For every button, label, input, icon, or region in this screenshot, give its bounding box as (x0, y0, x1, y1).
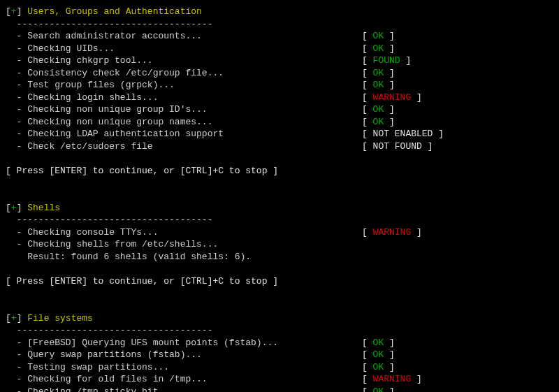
check-description: - Checking non unique group names... (6, 116, 362, 129)
blank-line (6, 153, 553, 166)
check-status: [ OK ] (362, 79, 395, 92)
check-row: - Checking chkgrp tool...[ FOUND ] (6, 55, 553, 67)
check-row: - Search administrator accounts...[ OK ] (6, 30, 553, 43)
section-header: [+] File systems (6, 312, 553, 325)
check-row: - Checking for old files in /tmp...[ WAR… (6, 373, 553, 386)
check-description: - Consistency check /etc/group file... (6, 67, 362, 80)
check-row: - Checking non unique group ID's...[ OK … (6, 103, 553, 116)
check-row: - Checking console TTYs...[ WARNING ] (6, 226, 553, 239)
check-description: - Test group files (grpck)... (6, 79, 362, 92)
check-description: - [FreeBSD] Querying UFS mount points (f… (6, 337, 362, 349)
section-separator: ------------------------------------ (6, 18, 553, 31)
check-status: [ OK ] (362, 103, 395, 116)
check-description: Result: found 6 shells (valid shells: 6)… (6, 251, 362, 263)
blank-line (6, 189, 553, 202)
section-header: [+] Shells (6, 202, 553, 215)
section-title: Shells (27, 203, 60, 213)
check-status: [ OK ] (362, 337, 395, 349)
check-row: - Test group files (grpck)...[ OK ] (6, 79, 553, 92)
check-status: [ WARNING ] (362, 92, 422, 104)
check-description: - Search administrator accounts... (6, 30, 362, 43)
check-status: [ OK ] (362, 349, 395, 361)
section-separator: ------------------------------------ (6, 214, 553, 226)
check-description: - Checking chkgrp tool... (6, 55, 362, 67)
check-description: - Query swap partitions (fstab)... (6, 349, 362, 361)
blank-line (6, 177, 553, 190)
check-status: [ NOT ENABLED ] (362, 128, 444, 140)
check-status: [ WARNING ] (362, 226, 422, 239)
section-title: File systems (27, 313, 93, 324)
check-description: - Checking shells from /etc/shells... (6, 238, 362, 251)
check-status: [ OK ] (362, 386, 395, 392)
check-description: - Checking UIDs... (6, 43, 362, 55)
check-row: - [FreeBSD] Querying UFS mount points (f… (6, 337, 553, 349)
check-description: - Checking non unique group ID's... (6, 103, 362, 116)
check-row: - Consistency check /etc/group file...[ … (6, 67, 553, 80)
check-status: [ NOT FOUND ] (362, 140, 433, 153)
check-row: - Checking shells from /etc/shells... (6, 238, 553, 251)
check-description: - Check /etc/sudoers file (6, 140, 362, 153)
check-row: - Checking non unique group names...[ OK… (6, 116, 553, 129)
check-status: [ OK ] (362, 361, 395, 374)
check-description: - Checking console TTYs... (6, 226, 362, 239)
blank-line (6, 288, 553, 300)
section-separator: ------------------------------------ (6, 324, 553, 337)
check-status: [ OK ] (362, 30, 395, 43)
blank-line (6, 263, 553, 275)
check-description: - Checking /tmp sticky bit... (6, 386, 362, 392)
continue-prompt[interactable]: [ Press [ENTER] to continue, or [CTRL]+C… (6, 165, 553, 177)
check-status: [ OK ] (362, 67, 395, 80)
check-description: - Checking LDAP authentication support (6, 128, 362, 140)
check-row: - Checking /tmp sticky bit...[ OK ] (6, 386, 553, 392)
check-row: - Testing swap partitions...[ OK ] (6, 361, 553, 374)
section-title: Users, Groups and Authentication (27, 6, 202, 17)
check-row: Result: found 6 shells (valid shells: 6)… (6, 251, 553, 263)
check-status: [ OK ] (362, 43, 395, 55)
check-description: - Checking for old files in /tmp... (6, 373, 362, 386)
check-row: - Checking login shells...[ WARNING ] (6, 92, 553, 104)
check-row: - Checking UIDs...[ OK ] (6, 43, 553, 55)
check-status: [ WARNING ] (362, 373, 422, 386)
blank-line (6, 300, 553, 312)
continue-prompt[interactable]: [ Press [ENTER] to continue, or [CTRL]+C… (6, 275, 553, 288)
terminal-output: [+] Users, Groups and Authentication ---… (6, 6, 553, 392)
check-row: - Query swap partitions (fstab)...[ OK ] (6, 349, 553, 361)
check-status: [ FOUND ] (362, 55, 411, 67)
section-header: [+] Users, Groups and Authentication (6, 6, 553, 18)
check-description: - Checking login shells... (6, 92, 362, 104)
check-status: [ OK ] (362, 116, 395, 129)
check-description: - Testing swap partitions... (6, 361, 362, 374)
check-row: - Check /etc/sudoers file[ NOT FOUND ] (6, 140, 553, 153)
check-row: - Checking LDAP authentication support[ … (6, 128, 553, 140)
